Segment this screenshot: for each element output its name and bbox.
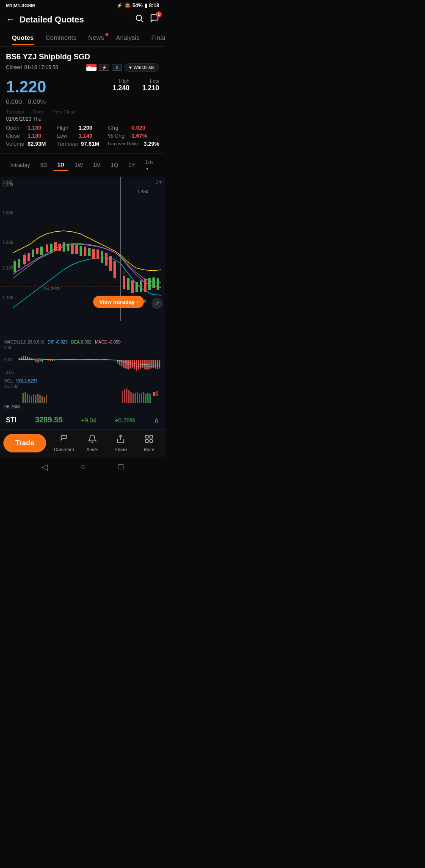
- status-bar: M1|M1-3GSM ⚡ 🔕 54% ▮ 8:18: [0, 0, 165, 10]
- stock-info: BS6 YZJ Shipbldg SGD Closed 01/18 17:15:…: [0, 47, 165, 75]
- macd-labels: MACD(12.0,26.0,9.0) DIF:-0.023 DEA:0.002…: [4, 340, 161, 344]
- stock-name: BS6 YZJ Shipbldg SGD: [6, 53, 159, 61]
- svg-rect-21: [67, 244, 69, 251]
- chart-tab-1m[interactable]: 1M: [89, 159, 105, 171]
- macd-high: 0.06: [4, 345, 14, 350]
- back-button[interactable]: ←: [6, 14, 15, 25]
- tab-quotes[interactable]: Quotes: [6, 30, 40, 45]
- comment-label: Comment: [54, 447, 74, 452]
- chart-settings-button[interactable]: ⚙: [160, 156, 165, 174]
- svg-rect-36: [131, 280, 134, 293]
- search-button[interactable]: [135, 14, 144, 25]
- svg-rect-42: [157, 278, 159, 290]
- svg-rect-94: [46, 395, 47, 403]
- chart-tab-1y[interactable]: 1Y: [124, 159, 139, 171]
- watchlist-button[interactable]: ♥ Watchlists: [124, 63, 159, 72]
- ticker-change: +9.04: [81, 417, 96, 424]
- share-icon: [116, 434, 125, 446]
- svg-rect-101: [135, 393, 136, 403]
- tab-comments[interactable]: Comments: [40, 30, 83, 45]
- chart-tab-intraday[interactable]: Intraday: [6, 159, 34, 171]
- sys-home-button[interactable]: ○: [80, 462, 86, 471]
- nav-share[interactable]: Share: [107, 434, 135, 452]
- turnover-label-fade: Turnover: [6, 109, 25, 114]
- svg-rect-60: [52, 360, 53, 361]
- svg-rect-102: [137, 392, 138, 403]
- sys-recent-button[interactable]: □: [118, 462, 123, 471]
- bottom-ticker[interactable]: STI 3289.55 +9.04 +0.28% ∧: [0, 411, 165, 429]
- volume-section: VOL VOL1:8293 96.76M: [0, 377, 165, 411]
- header: ← Detailed Quotes 1: [0, 10, 165, 29]
- volume-col: Volume 82.93M: [6, 141, 57, 147]
- low-item: Low 1.210: [142, 78, 159, 92]
- view-intraday-button[interactable]: View Intraday ›: [93, 296, 144, 308]
- turnover-ratio-value: 3.29%: [144, 141, 159, 147]
- turnover-ratio-col: Turnover Ratio 3.29%: [107, 141, 159, 147]
- chart-tab-5d[interactable]: 5D: [36, 159, 52, 171]
- svg-rect-22: [71, 244, 74, 254]
- time-text: 8:18: [149, 3, 159, 8]
- flag-s-icon[interactable]: $: [112, 64, 122, 71]
- svg-rect-55: [41, 360, 43, 362]
- chg-col: Chg -0.020: [108, 125, 159, 131]
- vol-svg: [20, 384, 152, 403]
- tab-analysis[interactable]: Analysis: [110, 30, 146, 45]
- trade-button[interactable]: Trade: [3, 434, 46, 452]
- chart-tab-1q[interactable]: 1Q: [107, 159, 122, 171]
- svg-rect-26: [88, 248, 91, 256]
- svg-rect-105: [143, 392, 144, 403]
- svg-rect-99: [130, 392, 132, 403]
- chg-value: -0.020: [130, 125, 145, 131]
- svg-rect-115: [150, 440, 152, 442]
- svg-rect-79: [152, 360, 154, 368]
- vol-label: VOL: [4, 379, 13, 383]
- close-label: Close: [6, 133, 25, 139]
- svg-rect-18: [54, 242, 57, 251]
- bottom-nav: Trade Comment Alerts Share M: [0, 429, 165, 458]
- message-button[interactable]: 1: [150, 14, 159, 25]
- message-badge: 1: [156, 11, 162, 17]
- ticker-pct: +0.28%: [115, 417, 135, 424]
- tab-news[interactable]: News: [82, 30, 110, 45]
- macd-chart-row: 0.06 0.01 -0.05: [4, 345, 161, 375]
- svg-rect-40: [148, 278, 151, 290]
- chart-tab-1w[interactable]: 1W: [70, 159, 87, 171]
- low-daily-value: 1.140: [79, 133, 93, 139]
- vol-display: 96.76M: [4, 403, 161, 409]
- tab-financials[interactable]: Finan…: [146, 30, 165, 45]
- svg-rect-86: [29, 395, 30, 403]
- nav-alerts[interactable]: Alerts: [78, 434, 107, 452]
- svg-rect-106: [145, 394, 146, 403]
- nav-more[interactable]: More: [135, 434, 163, 452]
- chart-tab-1min[interactable]: 1m ▼: [141, 156, 157, 174]
- chart-tab-1d[interactable]: 1D: [53, 159, 69, 171]
- svg-rect-98: [128, 390, 130, 403]
- svg-rect-58: [48, 360, 49, 361]
- svg-rect-15: [40, 247, 43, 255]
- svg-rect-110: [156, 391, 158, 396]
- resize-button[interactable]: ⤢: [152, 298, 163, 309]
- macd-value: MACD:-0.050: [95, 340, 121, 344]
- chart-area[interactable]: NINE 3▼ 1.494 1.386 1.286 1.193 1.106 1.…: [0, 177, 165, 338]
- svg-rect-82: [159, 360, 160, 369]
- high-value: 1.240: [113, 84, 130, 92]
- sys-back-button[interactable]: ◁: [41, 462, 48, 472]
- svg-rect-30: [105, 253, 108, 266]
- svg-rect-25: [84, 247, 86, 256]
- svg-rect-85: [27, 394, 28, 403]
- svg-rect-96: [124, 389, 125, 403]
- more-icon: [144, 434, 154, 446]
- flag-bolt-icon[interactable]: ⚡: [99, 64, 109, 71]
- svg-point-4: [88, 66, 91, 69]
- chg-label: Chg: [108, 125, 127, 131]
- svg-rect-2: [86, 64, 97, 67]
- stock-date: 01/18 17:15:58: [24, 64, 58, 70]
- vol-value-display: 96.76M: [4, 384, 19, 389]
- svg-rect-88: [33, 394, 34, 403]
- svg-rect-92: [41, 396, 43, 403]
- svg-rect-49: [29, 358, 30, 360]
- turnover-daily-value: 97.61M: [81, 141, 99, 147]
- svg-rect-72: [138, 360, 139, 369]
- nav-comment[interactable]: Comment: [50, 434, 78, 452]
- ticker-collapse-button[interactable]: ∧: [154, 416, 159, 425]
